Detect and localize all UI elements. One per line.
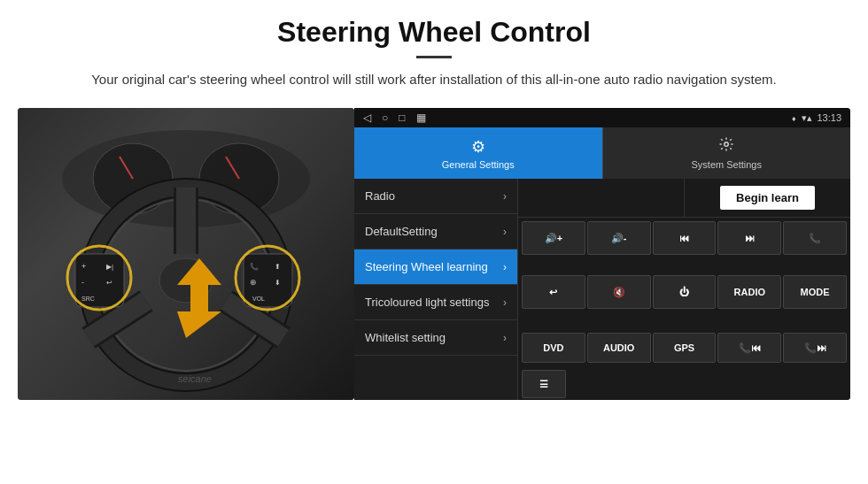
menu-item-tricoloured[interactable]: Tricoloured light settings › — [354, 285, 517, 320]
whitelist-icon-button[interactable]: ☰ — [522, 370, 566, 398]
right-panel: Begin learn 🔊+ 🔊- ⏮ — [518, 179, 850, 400]
menu-default-label: DefaultSetting — [365, 225, 503, 238]
title-divider — [416, 56, 452, 58]
svg-text:▶|: ▶| — [106, 263, 113, 271]
chevron-icon: › — [503, 261, 507, 273]
vol-up-icon: 🔊+ — [545, 233, 562, 244]
right-top-left-empty — [518, 179, 685, 217]
gps-button[interactable]: GPS — [653, 333, 717, 363]
svg-text:SRC: SRC — [81, 296, 95, 302]
status-time: 13:13 — [817, 112, 841, 123]
vol-up-button[interactable]: 🔊+ — [522, 221, 585, 255]
content-section: + ▶| - ↩ SRC 📞 ⬆ ⊕ ⬇ VOL — [0, 99, 868, 413]
mode-button[interactable]: MODE — [783, 275, 847, 309]
prev-icon: ⏮ — [679, 233, 689, 243]
svg-text:seicane: seicane — [178, 373, 212, 384]
menu-steering-label: Steering Wheel learning — [365, 260, 503, 273]
svg-point-31 — [725, 142, 729, 147]
page-title: Steering Wheel Control — [53, 16, 815, 49]
call-icon: 📞 — [809, 233, 821, 244]
chevron-icon: › — [503, 190, 507, 203]
car-image: + ▶| - ↩ SRC 📞 ⬆ ⊕ ⬇ VOL — [18, 108, 354, 400]
vol-down-button[interactable]: 🔊- — [587, 221, 651, 255]
page-container: Steering Wheel Control Your original car… — [0, 0, 868, 413]
whitelist-icon: ☰ — [539, 379, 548, 390]
begin-learn-button[interactable]: Begin learn — [720, 186, 815, 210]
back-icon: ↩ — [549, 287, 557, 298]
svg-text:-: - — [81, 278, 84, 287]
tab-general-label: General Settings — [442, 159, 515, 170]
dvd-button[interactable]: DVD — [522, 333, 585, 363]
bottom-button-row: DVD AUDIO GPS 📞⏮ 📞⏭ — [518, 331, 850, 366]
home-icon[interactable]: ○ — [382, 111, 388, 124]
radio-label: RADIO — [734, 287, 765, 297]
chevron-icon: › — [503, 226, 507, 238]
mute-button[interactable]: 🔇 — [587, 275, 651, 309]
menu-item-whitelist[interactable]: Whitelist setting › — [354, 320, 517, 356]
left-menu: Radio › DefaultSetting › Steering Wheel … — [354, 179, 518, 400]
steering-wheel-svg: + ▶| - ↩ SRC 📞 ⬆ ⊕ ⬇ VOL — [18, 108, 354, 400]
call-button[interactable]: 📞 — [783, 221, 847, 255]
tab-general-settings[interactable]: ⚙ General Settings — [354, 127, 602, 179]
menu-item-steering[interactable]: Steering Wheel learning › — [354, 250, 517, 285]
tab-system-label: System Settings — [692, 159, 762, 170]
whitelist-row: ☰ — [518, 366, 850, 400]
tab-system-settings[interactable]: System Settings — [602, 127, 851, 179]
right-top-right: Begin learn — [685, 179, 850, 217]
menu-whitelist-label: Whitelist setting — [365, 331, 503, 344]
chevron-icon: › — [503, 296, 507, 309]
vol-down-icon: 🔊- — [611, 233, 627, 244]
status-bar-left: ◁ ○ □ ▦ — [363, 111, 426, 124]
status-bar-right: ⬧ ▾▴ 13:13 — [791, 112, 841, 124]
android-ui: ◁ ○ □ ▦ ⬧ ▾▴ 13:13 ⚙ General Settings — [354, 108, 850, 400]
svg-text:+: + — [81, 262, 86, 271]
status-bar: ◁ ○ □ ▦ ⬧ ▾▴ 13:13 — [354, 108, 850, 127]
gps-label: GPS — [674, 342, 694, 353]
svg-text:⬇: ⬇ — [275, 279, 281, 287]
recent-icon[interactable]: □ — [399, 111, 405, 124]
menu-item-radio[interactable]: Radio › — [354, 179, 517, 214]
call-prev-button[interactable]: 📞⏮ — [717, 333, 781, 363]
dvd-label: DVD — [543, 342, 563, 353]
svg-text:↩: ↩ — [106, 279, 112, 287]
screen-icon[interactable]: ▦ — [416, 111, 426, 124]
mode-label: MODE — [801, 287, 830, 297]
menu-tricoloured-label: Tricoloured light settings — [365, 296, 503, 309]
subtitle-text: Your original car's steering wheel contr… — [80, 69, 788, 90]
location-icon: ⬧ — [791, 112, 797, 123]
svg-text:⬆: ⬆ — [275, 263, 281, 271]
prev-button[interactable]: ⏮ — [653, 221, 717, 255]
svg-text:VOL: VOL — [252, 296, 265, 302]
audio-label: AUDIO — [603, 342, 634, 353]
chevron-icon: › — [503, 332, 507, 344]
next-button[interactable]: ⏭ — [717, 221, 781, 255]
svg-text:📞: 📞 — [250, 262, 259, 271]
power-button[interactable]: ⏻ — [653, 275, 717, 309]
tab-bar: ⚙ General Settings System Settings — [354, 127, 850, 179]
audio-button[interactable]: AUDIO — [587, 333, 651, 363]
menu-item-default[interactable]: DefaultSetting › — [354, 214, 517, 250]
signal-icon: ▾▴ — [802, 112, 812, 124]
general-settings-icon: ⚙ — [471, 137, 485, 157]
call-next-icon: 📞⏭ — [804, 342, 826, 354]
call-prev-icon: 📞⏮ — [739, 342, 761, 354]
system-settings-icon — [718, 136, 734, 157]
header-section: Steering Wheel Control Your original car… — [0, 0, 868, 99]
svg-text:⊕: ⊕ — [250, 278, 257, 287]
next-icon: ⏭ — [745, 233, 755, 243]
menu-radio-label: Radio — [365, 189, 503, 203]
right-top-row: Begin learn — [518, 179, 850, 218]
car-bg: + ▶| - ↩ SRC 📞 ⬆ ⊕ ⬇ VOL — [18, 108, 354, 400]
control-button-grid: 🔊+ 🔊- ⏮ ⏭ 📞 — [518, 218, 850, 331]
back-nav-icon[interactable]: ◁ — [363, 111, 371, 124]
call-next-button[interactable]: 📞⏭ — [783, 333, 847, 363]
power-icon: ⏻ — [679, 287, 689, 297]
main-content: Radio › DefaultSetting › Steering Wheel … — [354, 179, 850, 400]
back-button[interactable]: ↩ — [522, 275, 585, 309]
mute-icon: 🔇 — [613, 287, 625, 298]
radio-button[interactable]: RADIO — [717, 275, 781, 309]
